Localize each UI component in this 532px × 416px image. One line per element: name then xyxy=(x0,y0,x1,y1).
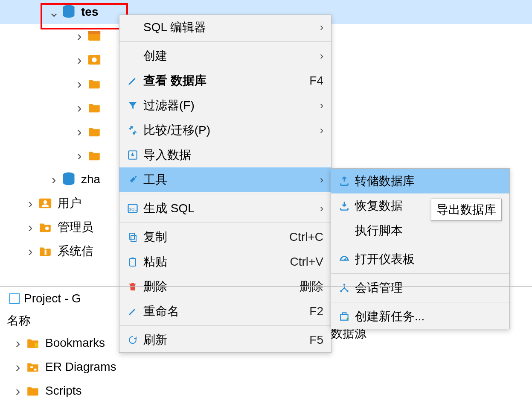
chevron-right-icon[interactable] xyxy=(47,173,61,186)
chevron-right-icon[interactable] xyxy=(11,360,25,374)
project-panel: Project - G 名称 Bookmarks ER Diagrams Scr… xyxy=(0,286,532,403)
svg-rect-14 xyxy=(131,235,136,241)
column-header-name[interactable]: 名称 xyxy=(0,311,532,331)
svg-text:SQL: SQL xyxy=(129,207,137,211)
db-name: zha xyxy=(81,173,100,186)
users-icon xyxy=(37,195,53,211)
sql-icon: SQL xyxy=(124,202,142,214)
pencil-icon xyxy=(124,75,142,86)
menu-import[interactable]: 导入数据 xyxy=(119,143,331,167)
project-label: Bookmarks xyxy=(45,336,105,350)
menu-filter[interactable]: 过滤器(F)› xyxy=(119,93,331,118)
svg-point-8 xyxy=(45,227,49,231)
diagram-folder-icon xyxy=(25,359,41,375)
project-header[interactable]: Project - G xyxy=(0,287,532,311)
paste-icon xyxy=(124,257,142,267)
chevron-right-icon[interactable] xyxy=(23,220,37,234)
svg-rect-22 xyxy=(34,369,37,370)
folder-icon xyxy=(86,123,102,140)
menu-separator xyxy=(119,41,331,42)
import-icon xyxy=(335,200,353,211)
tree-label: 用户 xyxy=(58,195,81,211)
project-row-bookmarks[interactable]: Bookmarks xyxy=(0,331,532,355)
tools-icon xyxy=(124,174,142,185)
chevron-right-icon[interactable] xyxy=(23,244,37,258)
menu-tools[interactable]: 工具› xyxy=(119,167,331,192)
panel-title: Project - G xyxy=(24,292,81,305)
svg-rect-9 xyxy=(45,250,47,255)
table-icon xyxy=(86,28,102,44)
folder-icon xyxy=(86,147,102,164)
chevron-right-icon[interactable] xyxy=(73,101,86,114)
menu-generate-sql[interactable]: SQL 生成 SQL› xyxy=(119,196,331,221)
project-label: ER Diagrams xyxy=(45,360,116,374)
database-icon xyxy=(61,171,77,187)
submenu-dump-database[interactable]: 转储数据库 xyxy=(331,169,509,193)
menu-copy[interactable]: 复制 Ctrl+C xyxy=(119,225,331,249)
chevron-right-icon[interactable] xyxy=(73,29,86,43)
svg-rect-2 xyxy=(88,31,100,34)
menu-separator xyxy=(119,194,331,194)
shortcut: Ctrl+V xyxy=(290,255,323,269)
copy-icon xyxy=(124,232,142,242)
svg-rect-16 xyxy=(130,258,136,266)
shortcut: F4 xyxy=(309,74,323,88)
project-row-er[interactable]: ER Diagrams xyxy=(0,355,532,379)
view-icon xyxy=(86,52,102,68)
svg-rect-10 xyxy=(45,248,47,249)
database-icon xyxy=(61,4,77,20)
db-name: tes xyxy=(81,5,98,19)
menu-separator xyxy=(331,273,509,274)
menu-separator xyxy=(331,245,509,245)
tooltip: 导出数据库 xyxy=(431,199,502,221)
submenu-execute-script[interactable]: 执行脚本 xyxy=(331,218,509,243)
bookmark-folder-icon xyxy=(25,335,41,351)
folder-icon xyxy=(86,76,102,92)
svg-rect-21 xyxy=(30,366,33,368)
import-icon xyxy=(124,149,142,161)
tree-label: 管理员 xyxy=(58,219,93,235)
tree-label: 系统信 xyxy=(58,243,93,259)
submenu-open-dashboard[interactable]: 打开仪表板 xyxy=(331,247,509,272)
menu-paste[interactable]: 粘贴 Ctrl+V xyxy=(119,249,331,274)
chevron-right-icon[interactable] xyxy=(11,384,25,398)
dashboard-icon xyxy=(335,254,353,265)
shortcut: Ctrl+C xyxy=(289,230,323,244)
svg-point-7 xyxy=(44,200,47,204)
menu-view-database[interactable]: 查看 数据库 F4 xyxy=(119,68,331,93)
svg-point-18 xyxy=(343,284,345,285)
filter-icon xyxy=(124,100,142,111)
menu-separator xyxy=(119,223,331,223)
svg-rect-17 xyxy=(131,258,134,259)
compare-icon xyxy=(124,125,142,136)
svg-rect-15 xyxy=(129,233,134,239)
info-folder-icon xyxy=(37,243,53,259)
chevron-right-icon[interactable] xyxy=(23,196,37,210)
chevron-right-icon[interactable] xyxy=(73,149,86,162)
project-label: Scripts xyxy=(45,384,82,398)
scripts-folder-icon xyxy=(25,383,41,399)
admin-folder-icon xyxy=(37,219,53,235)
project-row-scripts[interactable]: Scripts xyxy=(0,379,532,403)
folder-icon xyxy=(86,100,102,116)
chevron-down-icon[interactable] xyxy=(47,5,61,19)
panel-icon xyxy=(9,293,20,304)
chevron-right-icon[interactable] xyxy=(11,336,25,350)
menu-sql-editor[interactable]: SQL 编辑器› xyxy=(119,15,331,40)
menu-create[interactable]: 创建› xyxy=(119,44,331,68)
chevron-right-icon[interactable] xyxy=(73,53,86,67)
chevron-right-icon[interactable] xyxy=(73,125,86,138)
export-icon xyxy=(335,176,353,187)
menu-compare[interactable]: 比较/迁移(P)› xyxy=(119,118,331,143)
svg-point-4 xyxy=(92,57,96,62)
chevron-right-icon[interactable] xyxy=(73,77,86,91)
